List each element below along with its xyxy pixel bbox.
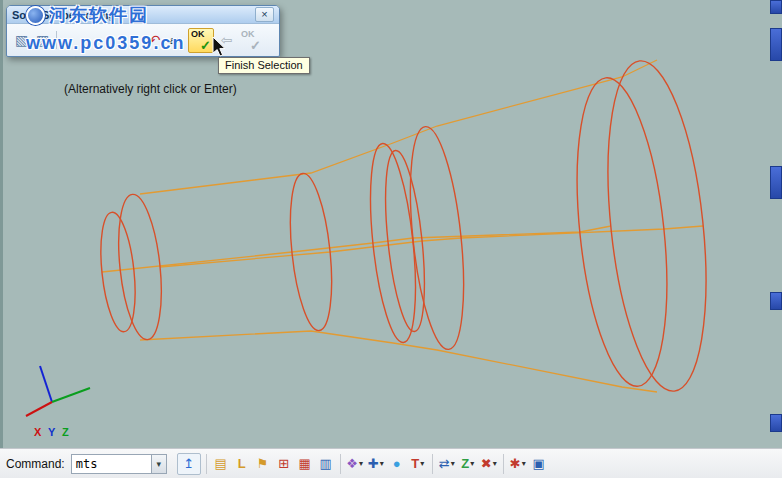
dropdown-caret-icon[interactable]: ▾	[151, 455, 166, 473]
docked-toolbar-icon-1[interactable]	[770, 0, 782, 14]
text-style-icon[interactable]: T▾	[409, 454, 427, 474]
axis-label-y: Y	[48, 426, 56, 438]
dropdown-caret-icon[interactable]: ▾	[380, 459, 384, 468]
wireframe-ring	[96, 211, 140, 334]
separator	[432, 454, 433, 474]
cell-style-icon[interactable]: ▥	[317, 454, 335, 474]
window-edge	[0, 0, 3, 448]
partial-icon[interactable]: ▣	[530, 454, 548, 474]
watermark-text-1: 河东软件园	[49, 3, 149, 27]
dropdown-caret-icon[interactable]: ▾	[493, 459, 497, 468]
insert-point-icon[interactable]: ✚▾	[367, 454, 385, 474]
tooltip: Finish Selection	[218, 57, 310, 74]
wireframe-edge	[140, 60, 657, 194]
ucs-axis-icon: X Y Z	[14, 356, 106, 442]
separator	[503, 454, 504, 474]
axis-line-left	[26, 402, 52, 416]
watermark-text-2: www.pc0359.cn	[26, 33, 185, 53]
docked-toolbar-icon-2[interactable]	[770, 28, 782, 61]
match-properties-icon[interactable]: ⇄▾	[438, 454, 456, 474]
publish-icon[interactable]: ↥	[177, 453, 201, 475]
docked-toolbar-icon-3[interactable]	[770, 166, 782, 199]
watermark-logo-icon	[26, 6, 45, 25]
mtext-icon[interactable]: ▤	[212, 454, 230, 474]
axis-line-up	[40, 366, 52, 402]
watermark-line1: 河东软件园	[26, 3, 149, 27]
wireframe-model	[0, 0, 782, 448]
zoom-icon[interactable]: Z▾	[459, 454, 477, 474]
axis-label-z: Z	[62, 426, 69, 438]
dropdown-caret-icon[interactable]: ▾	[420, 459, 424, 468]
axis-label-x: X	[34, 426, 42, 438]
finish-selection-button[interactable]: OK✓	[188, 28, 214, 53]
separator	[340, 454, 341, 474]
erase-icon[interactable]: ✖▾	[480, 454, 498, 474]
bottom-toolbar: ↥▤L⚑⊞▦▥❖▾✚▾●T▾⇄▾Z▾✖▾✱▾▣	[177, 453, 776, 475]
command-input[interactable]: mts ▾	[71, 454, 167, 474]
separator	[206, 454, 207, 474]
command-label: Command:	[6, 457, 65, 471]
watermark-line2: www.pc0359.cn	[26, 33, 185, 54]
dropdown-caret-icon[interactable]: ▾	[359, 459, 363, 468]
dropdown-caret-icon[interactable]: ▾	[470, 459, 474, 468]
angle-icon[interactable]: L	[233, 454, 251, 474]
drawing-canvas[interactable]: (Alternatively right click or Enter) X Y…	[0, 0, 782, 448]
droplet-icon[interactable]: ●	[388, 454, 406, 474]
close-icon[interactable]: ×	[255, 7, 274, 22]
block-palette-icon[interactable]: ❖▾	[346, 454, 364, 474]
prompt-hint: (Alternatively right click or Enter)	[64, 82, 237, 96]
mouse-cursor-icon	[212, 36, 228, 58]
flag-icon[interactable]: ⚑	[254, 454, 272, 474]
docked-toolbar-icon-4[interactable]	[770, 292, 782, 310]
command-bar: Command: mts ▾ ↥▤L⚑⊞▦▥❖▾✚▾●T▾⇄▾Z▾✖▾✱▾▣	[0, 448, 782, 478]
axis-line-right	[52, 388, 90, 402]
wireframe-ring	[112, 192, 167, 341]
wireframe-edge	[160, 226, 703, 267]
table-icon[interactable]: ⊞	[275, 454, 293, 474]
application-window: (Alternatively right click or Enter) X Y…	[0, 0, 782, 478]
command-input-value: mts	[72, 457, 151, 471]
accept-gray-icon[interactable]: OK✓	[239, 29, 263, 52]
dropdown-caret-icon[interactable]: ▾	[522, 459, 526, 468]
docked-toolbar-icon-5[interactable]	[770, 414, 782, 432]
sheet-set-icon[interactable]: ▦	[296, 454, 314, 474]
wireframe-ring	[284, 171, 338, 332]
dropdown-caret-icon[interactable]: ▾	[451, 459, 455, 468]
settings-icon[interactable]: ✱▾	[509, 454, 527, 474]
